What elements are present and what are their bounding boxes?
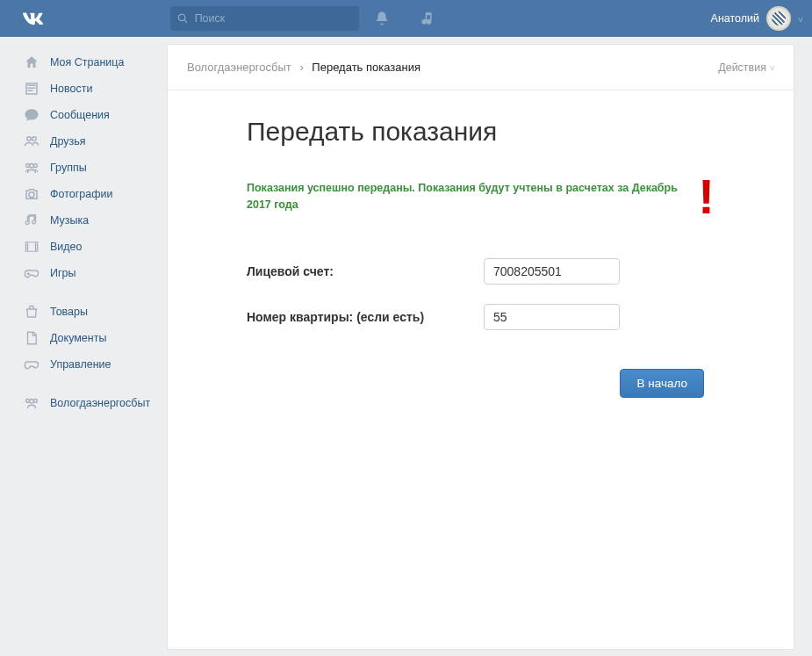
camera-icon	[24, 186, 40, 202]
sidebar-item-messages[interactable]: Сообщения	[18, 102, 162, 128]
main-panel: Вологдаэнергосбыт › Передать показания Д…	[167, 44, 794, 650]
main-header: Вологдаэнергосбыт › Передать показания Д…	[168, 45, 794, 90]
sidebar-item-games[interactable]: Игры	[18, 260, 162, 286]
sidebar-item-friends[interactable]: Друзья	[18, 128, 162, 155]
sidebar-item-label: Новости	[50, 83, 92, 95]
docs-icon	[24, 330, 40, 346]
sidebar-item-label: Моя Страница	[50, 56, 124, 68]
market-icon	[24, 304, 40, 320]
breadcrumb: Вологдаэнергосбыт › Передать показания	[187, 61, 420, 74]
sidebar-item-label: Видео	[50, 241, 83, 253]
sidebar-item-label: Игры	[50, 267, 75, 279]
sidebar-item-video[interactable]: Видео	[18, 234, 162, 260]
sidebar-item-my-page[interactable]: Моя Страница	[18, 49, 162, 76]
news-icon	[24, 81, 40, 97]
search-icon	[177, 12, 189, 25]
video-icon	[24, 239, 40, 255]
sidebar-item-photos[interactable]: Фотографии	[18, 181, 162, 207]
button-row: В начало	[247, 369, 715, 398]
actions-dropdown[interactable]: Действия ⅴ	[718, 61, 774, 74]
sidebar-item-music[interactable]: Музыка	[18, 207, 162, 234]
bell-icon[interactable]	[374, 11, 390, 26]
sidebar-item-label: Товары	[50, 306, 88, 318]
sidebar-item-label: Управление	[50, 358, 111, 371]
avatar	[766, 6, 791, 31]
actions-label: Действия	[718, 61, 766, 74]
sidebar-item-label: Фотографии	[50, 188, 112, 200]
sidebar: Моя Страница Новости Сообщения Друзья Гр…	[18, 44, 162, 650]
sidebar-item-label: Документы	[50, 332, 106, 344]
sidebar-item-news[interactable]: Новости	[18, 76, 162, 102]
apartment-input[interactable]	[484, 304, 620, 330]
user-menu[interactable]: Анатолий ⅴ	[711, 6, 803, 31]
sidebar-item-label: Друзья	[50, 135, 86, 148]
chevron-down-icon: ⅴ	[770, 63, 774, 72]
breadcrumb-parent[interactable]: Вологдаэнергосбыт	[187, 61, 291, 74]
exclamation-icon: !	[698, 168, 715, 225]
top-icons	[374, 11, 435, 26]
vk-logo[interactable]	[22, 8, 43, 29]
account-input[interactable]	[484, 258, 620, 285]
apartment-row: Номер квартиры: (если есть)	[247, 304, 715, 330]
sidebar-item-label: Группы	[50, 162, 87, 174]
sidebar-item-label: Музыка	[50, 214, 89, 227]
success-message: Показания успешно переданы. Показания бу…	[247, 180, 680, 213]
breadcrumb-current: Передать показания	[312, 61, 420, 74]
sidebar-item-admin[interactable]: Управление	[18, 351, 162, 378]
username: Анатолий	[711, 12, 759, 25]
sidebar-item-label: Вологдаэнергосбыт	[50, 397, 150, 409]
friends-icon	[24, 133, 40, 149]
sidebar-item-docs[interactable]: Документы	[18, 325, 162, 351]
chevron-down-icon: ⅴ	[798, 14, 803, 24]
messages-icon	[24, 107, 40, 123]
apartment-label: Номер квартиры: (если есть)	[247, 310, 484, 324]
search-box[interactable]	[170, 6, 359, 31]
sidebar-item-market[interactable]: Товары	[18, 299, 162, 325]
back-to-start-button[interactable]: В начало	[620, 369, 704, 398]
community-icon	[24, 395, 40, 411]
breadcrumb-sep: ›	[299, 61, 303, 74]
sidebar-item-community[interactable]: Вологдаэнергосбыт	[18, 390, 162, 416]
content: Передать показания Показания успешно пер…	[168, 90, 794, 424]
topbar: Анатолий ⅴ	[0, 0, 812, 37]
home-icon	[24, 54, 40, 70]
page-title: Передать показания	[247, 117, 715, 147]
gamepad-icon	[24, 357, 40, 372]
success-row: Показания успешно переданы. Показания бу…	[247, 168, 715, 225]
sidebar-item-label: Сообщения	[50, 109, 110, 121]
games-icon	[24, 265, 40, 281]
account-row: Лицевой счет:	[247, 258, 715, 285]
music-nav-icon	[24, 213, 40, 228]
account-label: Лицевой счет:	[247, 264, 484, 278]
music-icon[interactable]	[420, 11, 435, 26]
sidebar-item-groups[interactable]: Группы	[18, 155, 162, 181]
groups-icon	[24, 160, 40, 176]
search-input[interactable]	[195, 12, 352, 25]
